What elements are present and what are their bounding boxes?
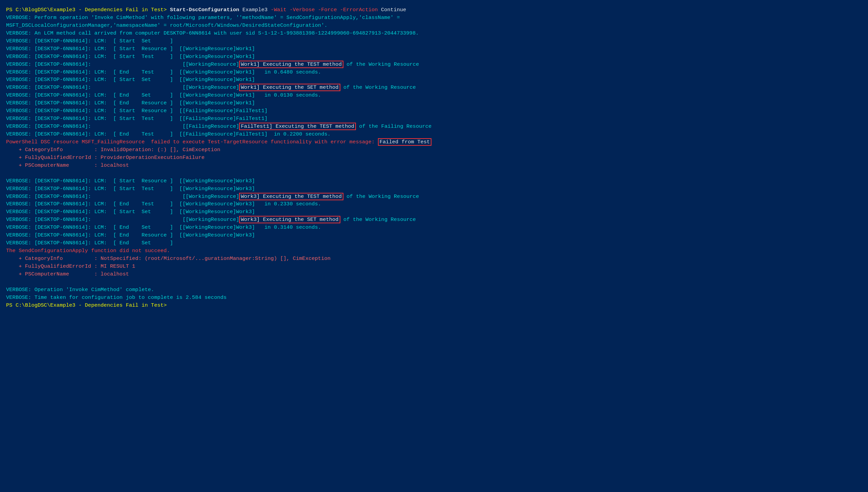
highlight-failed-from-test: Failed from Test	[378, 138, 432, 146]
highlight-work3-test: Work3] Executing the TEST method	[239, 193, 343, 200]
line-6: VERBOSE: [DESKTOP-6NN8614]: LCM: [ Start…	[6, 45, 862, 53]
line-11: VERBOSE: [DESKTOP-6NN8614]: [[WorkingRes…	[6, 84, 862, 91]
line-13: VERBOSE: [DESKTOP-6NN8614]: LCM: [ End R…	[6, 99, 862, 107]
line-10: VERBOSE: [DESKTOP-6NN8614]: LCM: [ Start…	[6, 76, 862, 84]
line-15: VERBOSE: [DESKTOP-6NN8614]: LCM: [ Start…	[6, 115, 862, 123]
highlight-failtest1-test: FailTest1] Executing the TEST method	[239, 123, 356, 130]
line-5: VERBOSE: [DESKTOP-6NN8614]: LCM: [ Start…	[6, 37, 862, 45]
line-1: PS C:\BlogDSC\Example3 - Dependencies Fa…	[6, 6, 862, 14]
line-24: VERBOSE: [DESKTOP-6NN8614]: [[WorkingRes…	[6, 193, 862, 201]
line-31-error: The SendConfigurationApply function did …	[6, 247, 862, 255]
blank-line-1	[6, 169, 862, 177]
line-36: VERBOSE: Time taken for configuration jo…	[6, 294, 862, 302]
line-35: VERBOSE: Operation 'Invoke CimMethod' co…	[6, 286, 862, 294]
line-19: + CategoryInfo : InvalidOperation: (:) […	[6, 146, 862, 154]
line-20: + FullyQualifiedErrorId : ProviderOperat…	[6, 154, 862, 162]
line-8: VERBOSE: [DESKTOP-6NN8614]: [[WorkingRes…	[6, 61, 862, 68]
line-16: VERBOSE: [DESKTOP-6NN8614]: [[FailingRes…	[6, 123, 862, 130]
line-17: VERBOSE: [DESKTOP-6NN8614]: LCM: [ End T…	[6, 130, 862, 138]
line-26: VERBOSE: [DESKTOP-6NN8614]: LCM: [ Start…	[6, 208, 862, 216]
highlight-work3-set: Work3] Executing the SET method	[239, 216, 340, 223]
line-18-error: PowerShell DSC resource MSFT_FailingReso…	[6, 138, 862, 146]
line-28: VERBOSE: [DESKTOP-6NN8614]: LCM: [ End S…	[6, 224, 862, 231]
line-3: MSFT_DSCLocalConfigurationManager,'names…	[6, 22, 862, 29]
highlight-work1-set: Work1] Executing the SET method	[239, 84, 340, 91]
line-4: VERBOSE: An LCM method call arrived from…	[6, 29, 862, 37]
line-21: + PSComputerName : localhost	[6, 162, 862, 169]
line-37-prompt: PS C:\BlogDSC\Example3 - Dependencies Fa…	[6, 302, 862, 309]
line-2: VERBOSE: Perform operation 'Invoke CimMe…	[6, 14, 862, 22]
line-9: VERBOSE: [DESKTOP-6NN8614]: LCM: [ End T…	[6, 68, 862, 76]
highlight-work1-test: Work1] Executing the TEST method	[239, 61, 343, 68]
line-29: VERBOSE: [DESKTOP-6NN8614]: LCM: [ End R…	[6, 231, 862, 239]
line-32: + CategoryInfo : NotSpecified: (root/Mic…	[6, 255, 862, 263]
line-12: VERBOSE: [DESKTOP-6NN8614]: LCM: [ End S…	[6, 91, 862, 99]
blank-line-2	[6, 278, 862, 286]
line-25: VERBOSE: [DESKTOP-6NN8614]: LCM: [ End T…	[6, 200, 862, 208]
line-22: VERBOSE: [DESKTOP-6NN8614]: LCM: [ Start…	[6, 177, 862, 185]
line-7: VERBOSE: [DESKTOP-6NN8614]: LCM: [ Start…	[6, 53, 862, 61]
terminal-window: PS C:\BlogDSC\Example3 - Dependencies Fa…	[6, 6, 862, 309]
line-14: VERBOSE: [DESKTOP-6NN8614]: LCM: [ Start…	[6, 107, 862, 115]
prompt-text: PS C:\BlogDSC\Example3 - Dependencies Fa…	[6, 7, 167, 13]
line-34: + PSComputerName : localhost	[6, 270, 862, 278]
line-27: VERBOSE: [DESKTOP-6NN8614]: [[WorkingRes…	[6, 216, 862, 224]
line-33: + FullyQualifiedErrorId : MI RESULT 1	[6, 263, 862, 270]
line-30: VERBOSE: [DESKTOP-6NN8614]: LCM: [ End S…	[6, 239, 862, 247]
line-23: VERBOSE: [DESKTOP-6NN8614]: LCM: [ Start…	[6, 185, 862, 193]
